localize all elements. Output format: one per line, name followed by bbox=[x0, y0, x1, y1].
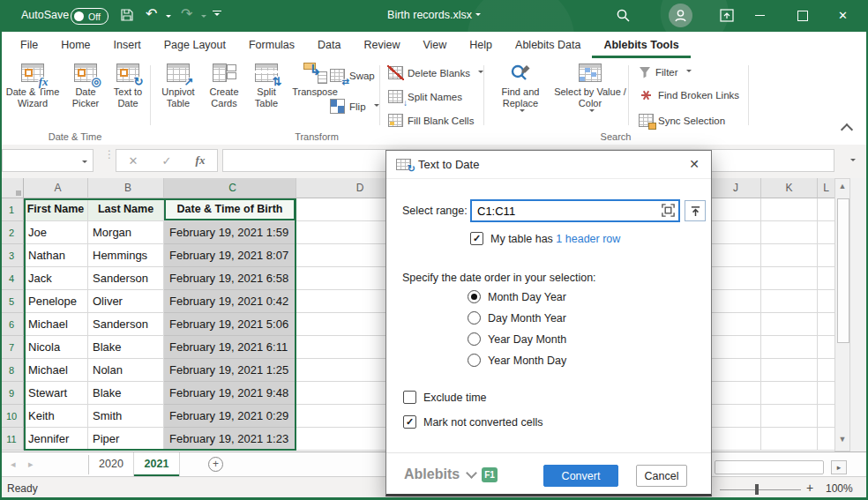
cell-last-name[interactable]: Piper bbox=[88, 428, 164, 451]
cell-date[interactable]: February 19, 2021 9:48 bbox=[164, 382, 296, 405]
sync-selection-button[interactable]: Sync Selection bbox=[639, 114, 725, 127]
select-range-input[interactable] bbox=[472, 201, 678, 220]
cell-empty[interactable] bbox=[818, 313, 834, 336]
tab-file[interactable]: File bbox=[9, 32, 49, 58]
cell-date[interactable]: February 19, 2021 1:59 bbox=[164, 221, 296, 244]
exclude-time-row[interactable]: Exclude time bbox=[403, 391, 487, 404]
tab-page-layout[interactable]: Page Layout bbox=[153, 32, 237, 58]
exclude-time-checkbox[interactable] bbox=[403, 391, 416, 404]
column-header-k[interactable]: K bbox=[761, 178, 818, 198]
cell-date[interactable]: February 19, 2021 8:07 bbox=[164, 244, 296, 267]
header-row-checkbox[interactable]: ✓ bbox=[470, 232, 483, 245]
column-header-a[interactable]: A bbox=[24, 178, 88, 198]
date-time-wizard-button[interactable]: fx Date & Time Wizard bbox=[4, 63, 62, 109]
column-header-j[interactable]: J bbox=[710, 178, 761, 198]
header-row-count-link[interactable]: 1 header row bbox=[556, 233, 620, 245]
find-broken-links-button[interactable]: Find Broken Links bbox=[639, 90, 739, 101]
cell-empty[interactable] bbox=[818, 428, 834, 451]
radio-day-month-year[interactable]: Day Month Year bbox=[468, 311, 566, 325]
select-by-value-color-button[interactable]: Select by Value / Color bbox=[554, 63, 626, 115]
mark-not-converted-row[interactable]: ✓ Mark not converted cells bbox=[403, 415, 542, 429]
enter-entry-icon[interactable]: ✓ bbox=[162, 154, 172, 168]
radio-year-month-day[interactable]: Year Month Day bbox=[468, 354, 566, 367]
cell-first-name[interactable]: Nathan bbox=[24, 244, 88, 267]
date-picker-button[interactable]: ◎ Date Picker bbox=[65, 63, 106, 109]
cell-last-name[interactable]: Morgan bbox=[88, 221, 164, 244]
cell-empty[interactable] bbox=[818, 198, 834, 221]
filter-button[interactable]: Filter bbox=[639, 66, 692, 78]
tab-ablebits-tools[interactable]: Ablebits Tools bbox=[592, 32, 690, 58]
cell-date[interactable]: February 19, 2021 0:42 bbox=[164, 290, 296, 313]
cell-empty[interactable] bbox=[761, 290, 818, 313]
select-all-corner[interactable] bbox=[0, 178, 24, 198]
tab-view[interactable]: View bbox=[411, 32, 458, 58]
new-sheet-button[interactable]: + bbox=[208, 457, 223, 472]
column-header-b[interactable]: B bbox=[88, 178, 164, 198]
select-range-field[interactable] bbox=[470, 199, 680, 222]
mark-not-converted-checkbox[interactable]: ✓ bbox=[403, 415, 416, 429]
minimize-button[interactable] bbox=[755, 15, 765, 16]
account-avatar[interactable] bbox=[669, 4, 692, 27]
zoom-in-icon[interactable]: + bbox=[806, 481, 813, 495]
cell-empty[interactable] bbox=[818, 290, 834, 313]
cell-empty[interactable] bbox=[710, 336, 761, 359]
cell-empty[interactable] bbox=[818, 244, 834, 267]
cell-empty[interactable] bbox=[818, 336, 834, 359]
cell-empty[interactable] bbox=[761, 221, 818, 244]
horizontal-scroll-thumb[interactable] bbox=[715, 460, 824, 474]
tab-insert[interactable]: Insert bbox=[102, 32, 153, 58]
cell-date[interactable]: February 19, 2021 5:06 bbox=[164, 313, 296, 336]
tab-home[interactable]: Home bbox=[49, 32, 101, 58]
ablebits-menu[interactable]: Ablebits bbox=[404, 466, 475, 482]
cell-a1[interactable]: First Name bbox=[24, 198, 88, 221]
cell-empty[interactable] bbox=[818, 382, 834, 405]
resize-dots-icon[interactable]: ⋮ bbox=[104, 152, 115, 158]
cell-empty[interactable] bbox=[761, 428, 818, 451]
cell-empty[interactable] bbox=[818, 267, 834, 290]
row-number[interactable]: 6 bbox=[0, 313, 24, 336]
cell-first-name[interactable]: Nicola bbox=[24, 336, 88, 359]
cell-empty[interactable] bbox=[710, 405, 761, 428]
delete-blanks-button[interactable]: Delete Blanks bbox=[388, 66, 483, 79]
column-header-c[interactable]: C bbox=[164, 178, 296, 198]
cell-last-name[interactable]: Smith bbox=[88, 405, 164, 428]
cell-empty[interactable] bbox=[761, 244, 818, 267]
name-box[interactable] bbox=[2, 149, 94, 172]
name-box-dropdown-icon[interactable] bbox=[82, 160, 87, 166]
collapse-dialog-button[interactable] bbox=[685, 200, 706, 221]
convert-button[interactable]: Convert bbox=[543, 465, 618, 487]
vertical-scroll-thumb[interactable] bbox=[837, 198, 849, 343]
header-row-checkbox-row[interactable]: ✓ My table has 1 header row bbox=[470, 232, 620, 245]
row-number[interactable]: 3 bbox=[0, 244, 24, 267]
expand-formula-bar-icon[interactable] bbox=[850, 159, 856, 164]
name-box-input[interactable] bbox=[3, 150, 77, 171]
find-and-replace-button[interactable]: Find and Replace bbox=[490, 63, 550, 115]
tab-ablebits-data[interactable]: Ablebits Data bbox=[504, 32, 592, 58]
cell-last-name[interactable]: Sanderson bbox=[88, 267, 164, 290]
cell-first-name[interactable]: Keith bbox=[24, 405, 88, 428]
dialog-title-bar[interactable]: ↻ Text to Date ✕ bbox=[386, 151, 711, 179]
cell-empty[interactable] bbox=[710, 267, 761, 290]
cell-date[interactable]: February 19, 2021 1:25 bbox=[164, 359, 296, 382]
zoom-level[interactable]: 100% bbox=[826, 482, 853, 495]
maximize-button[interactable] bbox=[797, 11, 808, 21]
cell-c1-selected[interactable]: Date & Time of Birth bbox=[164, 198, 296, 221]
fill-blank-cells-button[interactable]: Fill Blank Cells bbox=[388, 114, 474, 127]
sheet-nav-right-icon[interactable]: ▸ bbox=[28, 459, 34, 470]
pick-range-icon[interactable] bbox=[661, 203, 676, 218]
help-f1-badge[interactable]: F1 bbox=[482, 467, 498, 482]
cell-empty[interactable] bbox=[761, 382, 818, 405]
sheet-tab-2021[interactable]: 2021 bbox=[134, 452, 180, 476]
cell-last-name[interactable]: Sanderson bbox=[88, 313, 164, 336]
cell-last-name[interactable]: Blake bbox=[88, 336, 164, 359]
swap-button[interactable]: ⇄ Swap bbox=[330, 69, 375, 82]
radio-month-day-year[interactable]: Month Day Year bbox=[468, 290, 566, 303]
row-number[interactable]: 7 bbox=[0, 336, 24, 359]
cell-date[interactable]: February 19, 2021 6:58 bbox=[164, 267, 296, 290]
cell-first-name[interactable]: Michael bbox=[24, 313, 88, 336]
cell-empty[interactable] bbox=[818, 405, 834, 428]
cell-first-name[interactable]: Penelope bbox=[24, 290, 88, 313]
cell-empty[interactable] bbox=[710, 313, 761, 336]
zoom-slider-track[interactable] bbox=[720, 489, 801, 490]
cell-last-name[interactable]: Blake bbox=[88, 382, 164, 405]
